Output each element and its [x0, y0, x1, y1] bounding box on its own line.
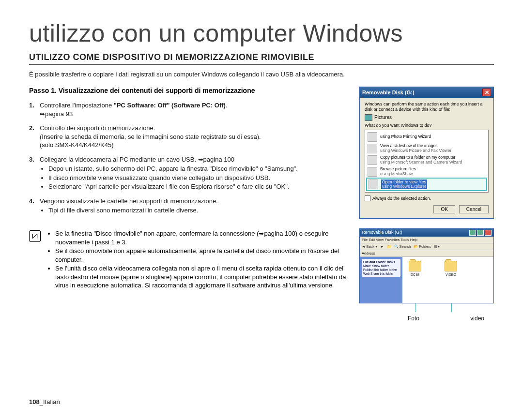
side-panel-items[interactable]: Make a new folder Publish this folder to…: [363, 264, 397, 275]
explorer-window: Removable Disk (G:) File Edit View Favor…: [359, 228, 494, 303]
note-1: Se la finestra "Disco rimovibile" non ap…: [55, 229, 350, 246]
label-video: video: [470, 315, 484, 322]
dialog-pictures-label: Pictures: [374, 115, 392, 120]
step-2-sub1: (Inserire la scheda di memoria, se le im…: [40, 133, 261, 140]
dialog-title: Removable Disk (G:): [362, 90, 415, 95]
page-number: 108: [29, 398, 40, 405]
step-4: 4. Vengono visualizzate le cartelle nei …: [29, 197, 350, 215]
label-foto: Foto: [408, 315, 419, 322]
search-button[interactable]: 🔍 Search: [394, 244, 411, 249]
maximize-icon[interactable]: [477, 230, 484, 236]
dialog-option-3[interactable]: Copy pictures to a folder on my computer…: [366, 154, 487, 166]
cancel-button[interactable]: Cancel: [459, 205, 489, 213]
note-icon: [29, 230, 41, 242]
note-2: Se il disco rimovibile non appare automa…: [55, 247, 350, 264]
explorer-addressbar[interactable]: Address: [360, 250, 493, 257]
pictures-icon: [365, 114, 372, 121]
camera-icon: [368, 155, 377, 165]
minimize-icon[interactable]: [469, 230, 476, 236]
folder-video[interactable]: VIDEO: [441, 261, 461, 299]
page-title: utilizzo con un computer Windows: [29, 19, 494, 47]
always-checkbox[interactable]: [365, 195, 370, 201]
step-3: 3. Collegare la videocamera al PC median…: [29, 155, 350, 191]
printer-icon: [368, 132, 377, 142]
page-footer: 108_Italian: [29, 398, 60, 405]
explorer-toolbar[interactable]: ◄ Back ▾ ► 📁 🔍 Search 📂 Folders ▦▾: [360, 243, 493, 250]
folder-icon: [445, 261, 457, 271]
intro-text: È possibile trasferire o copiare i dati …: [29, 71, 494, 78]
step-2-sub2: (solo SMX-K44/K442/K45): [40, 141, 113, 149]
folder-open-icon: [369, 180, 378, 189]
folder-dcim[interactable]: DCIM: [405, 261, 425, 299]
explorer-sidebar: File and Folder Tasks Make a new folder …: [360, 257, 402, 303]
step-3-b3: Selezionare "Apri cartelle per visualizz…: [48, 182, 350, 191]
dialog-option-list[interactable]: using Photo Printing Wizard View a slide…: [365, 130, 489, 193]
step-3-text: Collegare la videocamera al PC mediante …: [40, 156, 234, 163]
slideshow-icon: [368, 144, 377, 153]
explorer-file-pane[interactable]: DCIM VIDEO: [402, 257, 493, 303]
step-4-b1: Tipi di file diversi sono memorizzati in…: [48, 206, 350, 215]
step-1: 1. Controllare l'impostazione "PC Softwa…: [29, 101, 350, 118]
views-button[interactable]: ▦▾: [434, 244, 440, 249]
dialog-message: Windows can perform the same action each…: [365, 102, 489, 112]
dialog-option-1[interactable]: using Photo Printing Wizard: [366, 131, 487, 143]
mediashow-icon: [368, 167, 377, 177]
side-panel-title: File and Folder Tasks: [363, 260, 395, 264]
removable-disk-dialog: Removable Disk (G:) ✕ Windows can perfor…: [359, 87, 494, 219]
note-3: Se l'unità disco della videocamera colle…: [55, 264, 350, 290]
page-lang: Italian: [43, 398, 60, 405]
step-2-num: 2.: [29, 124, 34, 133]
step-2-text: Controllo dei supporti di memorizzazione…: [40, 124, 155, 132]
step-2: 2. Controllo dei supporti di memorizzazi…: [29, 124, 350, 150]
folder-icon: [409, 261, 421, 271]
explorer-title: Removable Disk (G:): [362, 230, 402, 236]
dialog-option-5[interactable]: Open folder to view filesusing Windows E…: [366, 178, 487, 192]
step-3-b2: Il disco rimovibile viene visualizzato q…: [48, 174, 350, 182]
step-4-num: 4.: [29, 197, 34, 206]
folders-button[interactable]: 📂 Folders: [414, 244, 431, 249]
section-heading: UTILIZZO COME DISPOSITIVO DI MEMORIZZAZI…: [29, 52, 494, 65]
dialog-question: What do you want Windows to do?: [365, 123, 489, 128]
dialog-option-2[interactable]: View a slideshow of the imagesusing Wind…: [366, 143, 487, 154]
step-1-text-a: Controllare l'impostazione: [40, 102, 114, 109]
close-icon[interactable]: ✕: [482, 89, 491, 96]
dialog-option-4[interactable]: Browse picture filesusing MediaShow: [366, 166, 487, 178]
up-button[interactable]: 📁: [387, 244, 391, 249]
step-heading: Passo 1. Visualizzazione dei contenuti d…: [29, 87, 350, 94]
back-button[interactable]: ◄ Back ▾: [362, 244, 377, 249]
step-3-b1: Dopo un istante, sullo schermo del PC, a…: [48, 165, 350, 173]
always-label: Always do the selected action.: [372, 196, 431, 201]
step-1-num: 1.: [29, 101, 34, 110]
ok-button[interactable]: OK: [433, 205, 455, 213]
explorer-menubar[interactable]: File Edit View Favorites Tools Help: [360, 237, 493, 243]
step-4-text: Vengono visualizzate le cartelle nei sup…: [40, 197, 218, 205]
step-1-ref: ➥pagina 93: [40, 110, 73, 118]
close-icon[interactable]: [485, 230, 492, 236]
forward-button[interactable]: ►: [380, 244, 384, 249]
step-1-bold: "PC Software: Off" (Software PC: Off): [114, 102, 226, 109]
step-3-num: 3.: [29, 155, 34, 164]
step-1-text-b: .: [226, 102, 228, 109]
